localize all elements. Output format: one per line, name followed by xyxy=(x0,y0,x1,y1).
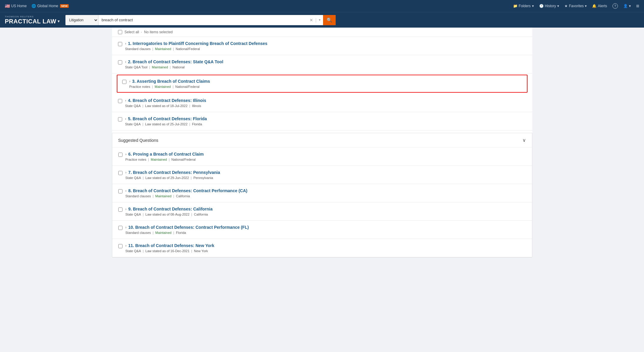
result-5-checkbox[interactable] xyxy=(118,117,122,121)
result-7-expand-icon[interactable]: › xyxy=(125,171,127,174)
result-7-link[interactable]: 7. Breach of Contract Defenses: Pennsylv… xyxy=(128,170,220,175)
search-input[interactable] xyxy=(98,15,307,25)
result-11-title-row: › 11. Breach of Contract Defenses: New Y… xyxy=(125,243,526,248)
result-5-title-row: › 5. Breach of Contract Defenses: Florid… xyxy=(125,116,526,121)
result-3-link[interactable]: 3. Asserting Breach of Contract Claims xyxy=(132,79,210,84)
user-nav[interactable]: 👤 ▾ xyxy=(623,4,631,8)
result-6-title-row: › 6. Proving a Breach of Contract Claim xyxy=(125,152,526,157)
result-11-link[interactable]: 11. Breach of Contract Defenses: New Yor… xyxy=(128,243,214,248)
result-1-meta: Standard clauses | Maintained | National… xyxy=(125,47,526,51)
result-9-expand-icon[interactable]: › xyxy=(125,207,127,211)
result-3-checkbox[interactable] xyxy=(122,80,126,84)
result-9-link[interactable]: 9. Breach of Contract Defenses: Californ… xyxy=(128,207,213,211)
result-2-link[interactable]: 2. Breach of Contract Defenses: State Q&… xyxy=(128,59,223,64)
result-6-body: › 6. Proving a Breach of Contract Claim … xyxy=(125,152,526,161)
suggested-questions-header[interactable]: Suggested Questions ∨ xyxy=(112,133,532,148)
history-label: History xyxy=(545,4,556,8)
result-item-6: › 6. Proving a Breach of Contract Claim … xyxy=(112,148,532,166)
result-3-title-row: › 3. Asserting Breach of Contract Claims xyxy=(129,79,522,84)
result-11-expand-icon[interactable]: › xyxy=(125,244,127,247)
clear-search-icon[interactable]: ✕ xyxy=(307,18,316,22)
globe-icon: 🌐 xyxy=(32,4,36,8)
result-7-checkbox[interactable] xyxy=(118,171,122,175)
history-nav[interactable]: 🕐 History ▾ xyxy=(539,4,559,8)
help-icon: ? xyxy=(612,3,618,9)
new-badge: NEW xyxy=(60,4,69,8)
result-11-type: State Q&A xyxy=(125,249,141,253)
result-3-expand-icon[interactable]: › xyxy=(129,79,131,83)
search-button[interactable]: 🔍 xyxy=(323,15,336,25)
help-nav[interactable]: ? xyxy=(612,3,618,9)
result-10-expand-icon[interactable]: › xyxy=(125,225,127,229)
result-11-meta: State Q&A | Law stated as of 16-Dec-2021… xyxy=(125,249,526,253)
results-container: Select all · No items selected › 1. Inte… xyxy=(112,28,532,258)
result-8-checkbox[interactable] xyxy=(118,189,122,193)
result-1-jurisdiction: National/Federal xyxy=(176,47,200,51)
logo-chevron-icon: ▾ xyxy=(58,19,60,23)
result-4-link[interactable]: 4. Breach of Contract Defenses: Illinois xyxy=(128,98,206,103)
result-3-body: › 3. Asserting Breach of Contract Claims… xyxy=(129,79,522,88)
result-item-4: › 4. Breach of Contract Defenses: Illino… xyxy=(112,94,532,112)
apps-nav[interactable]: ⊞ xyxy=(636,4,639,8)
result-4-checkbox[interactable] xyxy=(118,99,122,103)
result-2-type: State Q&A Tool xyxy=(125,65,147,69)
result-6-status: Maintained xyxy=(151,158,167,161)
result-9-checkbox[interactable] xyxy=(118,207,122,212)
result-8-status: Maintained xyxy=(155,194,171,198)
result-6-checkbox[interactable] xyxy=(118,153,122,157)
result-1-checkbox[interactable] xyxy=(118,42,122,46)
result-1-body: › 1. Interrogatories to Plaintiff Concer… xyxy=(125,41,526,51)
result-9-law-stated: Law stated as of 08-Aug-2022 xyxy=(145,213,189,216)
result-7-title-row: › 7. Breach of Contract Defenses: Pennsy… xyxy=(125,170,526,175)
result-1-expand-icon[interactable]: › xyxy=(125,42,126,45)
result-8-link[interactable]: 8. Breach of Contract Defenses: Contract… xyxy=(128,188,247,193)
result-10-link[interactable]: 10. Breach of Contract Defenses: Contrac… xyxy=(128,225,249,230)
result-6-type: Practice notes xyxy=(125,158,147,161)
result-2-expand-icon[interactable]: › xyxy=(125,60,126,64)
result-10-jurisdiction: Florida xyxy=(176,231,186,234)
folders-nav[interactable]: 📁 Folders ▾ xyxy=(513,4,534,8)
search-category-select[interactable]: Litigation All Corporate Finance xyxy=(65,15,98,25)
alerts-nav[interactable]: 🔔 Alerts xyxy=(592,4,607,8)
select-all-checkbox[interactable] xyxy=(118,30,122,34)
result-item-2: › 2. Breach of Contract Defenses: State … xyxy=(112,55,532,73)
alerts-label: Alerts xyxy=(598,4,607,8)
result-1-link[interactable]: 1. Interrogatories to Plaintiff Concerni… xyxy=(128,41,267,46)
result-1-title-row: › 1. Interrogatories to Plaintiff Concer… xyxy=(125,41,526,46)
result-4-body: › 4. Breach of Contract Defenses: Illino… xyxy=(125,98,526,108)
history-chevron: ▾ xyxy=(557,4,559,8)
us-home-link[interactable]: 🇺🇸 US Home xyxy=(5,4,27,8)
result-10-status: Maintained xyxy=(155,231,171,234)
result-11-law-stated: Law stated as of 16-Dec-2021 xyxy=(145,249,189,253)
result-2-checkbox[interactable] xyxy=(118,60,122,64)
result-5-expand-icon[interactable]: › xyxy=(125,117,126,121)
result-3-meta: Practice notes | Maintained | National/F… xyxy=(129,85,522,88)
practical-law-logo[interactable]: PRACTICAL LAW ▾ xyxy=(5,18,59,25)
result-5-meta: State Q&A | Law stated as of 25-Jul-2022… xyxy=(125,122,526,126)
result-item-8: › 8. Breach of Contract Defenses: Contra… xyxy=(112,184,532,202)
result-8-expand-icon[interactable]: › xyxy=(125,189,127,192)
result-7-body: › 7. Breach of Contract Defenses: Pennsy… xyxy=(125,170,526,180)
search-bar: Litigation All Corporate Finance ✕ | ▾ 🔍 xyxy=(65,15,336,25)
top-nav-right: 📁 Folders ▾ 🕐 History ▾ ★ Favorites ▾ 🔔 … xyxy=(513,3,639,9)
result-10-checkbox[interactable] xyxy=(118,226,122,230)
result-10-title-row: › 10. Breach of Contract Defenses: Contr… xyxy=(125,225,526,230)
result-4-expand-icon[interactable]: › xyxy=(125,99,126,102)
result-11-jurisdiction: New York xyxy=(194,249,208,253)
favorites-label: Favorites xyxy=(569,4,584,8)
global-home-label: Global Home xyxy=(37,4,58,8)
result-6-jurisdiction: National/Federal xyxy=(171,158,196,161)
suggested-collapse-icon[interactable]: ∨ xyxy=(522,137,526,143)
result-11-checkbox[interactable] xyxy=(118,244,122,248)
grid-icon: ⊞ xyxy=(636,4,639,8)
result-6-expand-icon[interactable]: › xyxy=(125,152,127,156)
result-5-link[interactable]: 5. Breach of Contract Defenses: Florida xyxy=(128,116,207,121)
practical-law-text: PRACTICAL LAW xyxy=(5,18,56,25)
result-10-type: Standard clauses xyxy=(125,231,151,234)
result-6-link[interactable]: 6. Proving a Breach of Contract Claim xyxy=(128,152,204,157)
global-home-link[interactable]: 🌐 Global Home NEW xyxy=(32,4,69,8)
suggested-questions-title: Suggested Questions xyxy=(118,138,159,143)
favorites-nav[interactable]: ★ Favorites ▾ xyxy=(564,4,587,8)
favorites-chevron: ▾ xyxy=(585,4,587,8)
search-options-icon[interactable]: ▾ xyxy=(316,18,323,22)
